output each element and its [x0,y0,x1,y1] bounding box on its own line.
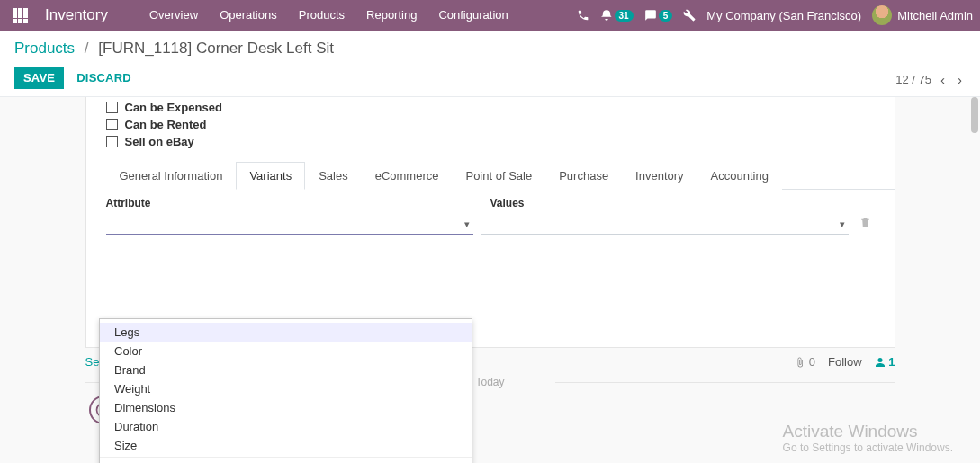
app-brand[interactable]: Inventory [45,6,108,24]
dropdown-item[interactable]: Color [100,342,472,361]
nav-item-operations[interactable]: Operations [211,0,286,31]
form-sheet: Can be Expensed Can be Rented Sell on eB… [85,97,895,348]
trash-icon[interactable] [856,217,875,231]
variants-grid-row: ▾ ▾ [86,209,895,235]
nav-right: 31 5 My Company (San Francisco) Mitchell… [577,5,973,25]
tab-accounting[interactable]: Accounting [697,162,782,190]
dropdown-item[interactable]: Dimensions [100,398,472,417]
checkbox-row-expensed: Can be Expensed [86,99,895,116]
tab-variants[interactable]: Variants [236,162,305,190]
discuss-icon[interactable]: 5 [644,9,673,22]
attachments-count[interactable]: 0 [795,355,815,369]
tabs: General Information Variants Sales eComm… [106,161,895,190]
company-name: My Company (San Francisco) [706,9,861,22]
main-area: Can be Expensed Can be Rented Sell on eB… [0,97,980,463]
apps-icon[interactable] [13,8,31,23]
phone-icon[interactable] [577,9,589,22]
variants-grid-head: Attribute Values [86,190,895,209]
tab-purchase[interactable]: Purchase [545,162,622,190]
dropdown-item[interactable]: Duration [100,417,472,436]
tab-general-information[interactable]: General Information [106,162,237,190]
activities-icon[interactable]: 31 [600,9,634,22]
activities-badge: 31 [615,10,634,22]
nav-item-products[interactable]: Products [290,0,354,31]
control-panel: Products / [FURN_1118] Corner Desk Left … [0,31,980,97]
tab-sales[interactable]: Sales [305,162,362,190]
attribute-many2one: ▾ [106,213,474,235]
company-switcher[interactable]: My Company (San Francisco) [706,9,861,22]
scrollbar[interactable] [969,97,980,463]
cp-buttons: SAVE DISCARD [14,67,966,89]
breadcrumb-parent[interactable]: Products [14,40,75,57]
tab-inventory[interactable]: Inventory [622,162,697,190]
tab-point-of-sale[interactable]: Point of Sale [452,162,545,190]
breadcrumb-sep: / [85,40,89,57]
user-name: Mitchell Admin [897,9,973,22]
nav-item-reporting[interactable]: Reporting [357,0,426,31]
pager-next-icon[interactable]: › [954,72,966,87]
discard-button[interactable]: DISCARD [76,71,131,85]
checkbox-rented-label: Can be Rented [125,118,207,131]
checkbox-row-ebay: Sell on eBay [86,133,895,150]
checkbox-ebay-label: Sell on eBay [125,135,194,148]
checkbox-ebay[interactable] [106,136,118,147]
checkbox-row-rented: Can be Rented [86,116,895,133]
attribute-dropdown: Legs Color Brand Weight Dimensions Durat… [99,318,472,463]
breadcrumb-current: [FURN_1118] Corner Desk Left Sit [98,40,334,57]
breadcrumb: Products / [FURN_1118] Corner Desk Left … [14,36,966,67]
dropdown-search-more[interactable]: Search More... [100,459,472,463]
pager-prev-icon[interactable]: ‹ [937,72,949,87]
dropdown-item[interactable]: Legs [100,323,472,342]
user-menu[interactable]: Mitchell Admin [872,5,973,25]
discuss-badge: 5 [659,10,673,22]
pager: 12 / 75 ‹ › [895,72,966,87]
debug-icon[interactable] [683,9,696,22]
values-many2many: ▾ [481,213,849,235]
nav-menu: Overview Operations Products Reporting C… [140,0,517,31]
tab-ecommerce[interactable]: eCommerce [362,162,453,190]
dropdown-item[interactable]: Brand [100,361,472,379]
nav-item-configuration[interactable]: Configuration [429,0,517,31]
top-navbar: Inventory Overview Operations Products R… [0,0,980,31]
values-input[interactable] [481,213,849,235]
followers-count[interactable]: 1 [875,355,895,369]
follow-button[interactable]: Follow [828,355,862,369]
checkbox-expensed[interactable] [106,102,118,113]
column-values: Values [490,197,875,209]
chatter-left-cut[interactable]: Se [85,355,100,369]
save-button[interactable]: SAVE [14,67,64,89]
checkbox-rented[interactable] [106,119,118,130]
checkbox-expensed-label: Can be Expensed [125,101,222,114]
avatar [872,5,892,25]
nav-item-overview[interactable]: Overview [140,0,207,31]
attribute-input[interactable] [106,213,474,235]
column-attribute: Attribute [106,197,490,209]
dropdown-item[interactable]: Weight [100,379,472,398]
dropdown-item[interactable]: Size [100,436,472,455]
pager-text[interactable]: 12 / 75 [895,73,931,86]
